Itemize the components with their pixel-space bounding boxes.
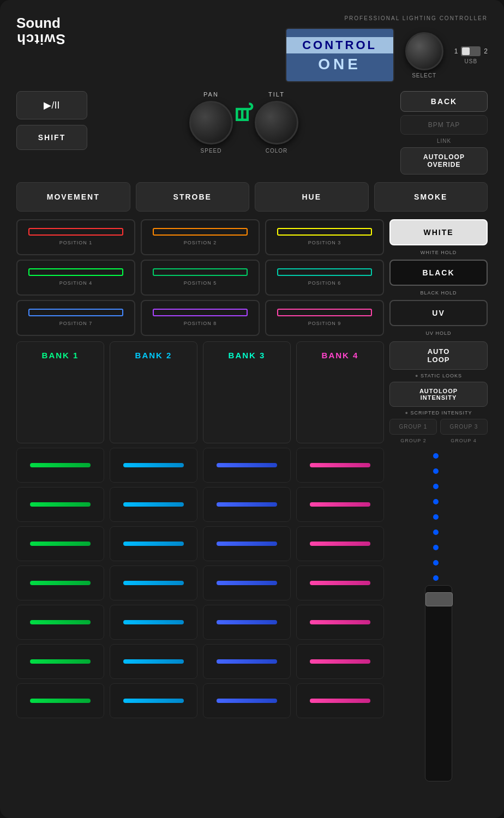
scene-1-7-button[interactable] [16,683,104,718]
bank-3-button[interactable]: BANK 3 [203,341,291,443]
fader-handle[interactable] [425,592,453,606]
hue-button[interactable]: HUE [255,182,369,212]
scene-4-3-button[interactable] [296,526,384,561]
position-5-bar [153,268,248,276]
scene-1-1-button[interactable] [16,448,104,483]
strobe-button[interactable]: STROBE [136,182,250,212]
brand-sound: Sound [16,15,65,31]
scene-2-5-button[interactable] [110,605,197,640]
scene-3-6-button[interactable] [203,644,291,679]
scene-3-5-button[interactable] [203,605,291,640]
select-knob[interactable] [405,32,443,70]
scene-4-7-button[interactable] [296,683,384,718]
bpm-tap-button[interactable]: BPM TAP [400,115,488,135]
position-7-button[interactable]: POSITION 7 [16,300,135,336]
soundswitch-logo-icon: ꕠ [227,97,260,134]
scene-4-2-button[interactable] [296,487,384,522]
position-9-button[interactable]: POSITION 9 [265,300,384,336]
scene-4-1-button[interactable] [296,448,384,483]
usb-port1-label: 1 [454,47,458,55]
back-button[interactable]: BACK [400,91,488,112]
usb-switch[interactable]: 1 2 [454,46,488,56]
scene-3-3-button[interactable] [203,526,291,561]
black-hold-label: BLACK HOLD [389,290,488,296]
scene-1-3-button[interactable] [16,526,104,561]
usb-toggle[interactable] [461,46,481,56]
position-1-label: POSITION 1 [59,240,93,245]
lcd-line1: CONTROL [286,37,393,53]
scene-4-4-button[interactable] [296,566,384,600]
play-pause-button[interactable]: ▶/II [16,91,87,119]
black-button[interactable]: BLACK [389,260,488,286]
tilt-knob[interactable] [255,101,298,145]
position-6-button[interactable]: POSITION 6 [265,260,384,296]
scene-2-6-button[interactable] [110,644,197,679]
right-panel: AUTOLOOP STATIC LOOKS AUTOLOOPINTENSITY … [389,341,488,443]
position-1-button[interactable]: POSITION 1 [16,219,135,255]
scene-3-2-button[interactable] [203,487,291,522]
group-2-label: GROUP 2 [389,438,437,443]
scene-1-6-button[interactable] [16,644,104,679]
position-5-button[interactable]: POSITION 5 [141,260,260,296]
scene-1-2-button[interactable] [16,487,104,522]
tilt-label: TILT [268,91,285,98]
autoloop-intensity-button[interactable]: AUTOLOOPINTENSITY [389,382,488,407]
usb-label: USB [465,58,478,64]
scene-3-4-button[interactable] [203,566,291,600]
position-8-button[interactable]: POSITION 8 [141,300,260,336]
scene-2-7-button[interactable] [110,683,197,718]
left-buttons: ▶/II SHIFT [16,91,87,150]
tilt-knob-group: TILT COLOR [255,91,298,154]
svg-text:ꕠ: ꕠ [234,100,254,127]
scene-4-5-button[interactable] [296,605,384,640]
bank-2-button[interactable]: BANK 2 [110,341,197,443]
position-3-label: POSITION 3 [308,240,341,245]
autoloop-override-button[interactable]: AUTOLOOPOVERIDE [400,147,488,175]
position-1-bar [28,228,124,236]
position-7-label: POSITION 7 [59,321,93,326]
scene-2-3-button[interactable] [110,526,197,561]
position-3-button[interactable]: POSITION 3 [265,219,384,255]
pan-label: PAN [203,91,219,98]
brand-switch: Switch [16,31,65,47]
right-controls: BACK BPM TAP LINK AUTOLOOPOVERIDE [400,91,488,175]
usb-group: 1 2 USB [454,46,488,64]
position-4-button[interactable]: POSITION 4 [16,260,135,296]
white-button[interactable]: WHITE [389,219,488,245]
movement-button[interactable]: MOVEMENT [16,182,130,212]
scene-col-2 [110,448,197,781]
function-row: MOVEMENT STROBE HUE SMOKE [16,182,488,212]
scene-1-4-button[interactable] [16,566,104,600]
shift-button[interactable]: SHIFT [16,125,87,150]
fader-column [389,448,488,781]
uv-button[interactable]: UV [389,300,488,326]
scene-col-3 [203,448,291,781]
auto-loop-button[interactable]: AUTOLOOP [389,341,488,370]
scene-3-7-button[interactable] [203,683,291,718]
lcd-line2: ONE [318,56,361,73]
position-2-bar [153,228,248,236]
pan-knob[interactable] [189,101,233,145]
position-7-bar [28,309,124,316]
scene-4-6-button[interactable] [296,644,384,679]
scene-2-2-button[interactable] [110,487,197,522]
group-3-button[interactable]: GROUP 3 [440,419,488,435]
position-9-label: POSITION 9 [308,321,341,326]
scene-1-5-button[interactable] [16,605,104,640]
group-1-button[interactable]: GROUP 1 [389,419,437,435]
top-header: Sound Switch PROFESSIONAL LIGHTING CONTR… [16,15,488,82]
static-looks-label: STATIC LOOKS [389,373,488,378]
brand-logo: Sound Switch [16,15,65,46]
scene-2-4-button[interactable] [110,566,197,600]
speed-label: SPEED [201,148,222,154]
position-2-button[interactable]: POSITION 2 [141,219,260,255]
smoke-button[interactable]: SMOKE [374,182,488,212]
white-hold-label: WHITE HOLD [389,250,488,255]
bank-1-button[interactable]: BANK 1 [16,341,104,443]
position-6-bar [277,268,373,276]
scene-3-1-button[interactable] [203,448,291,483]
position-8-bar [153,309,248,316]
scene-col-4 [296,448,384,781]
scene-2-1-button[interactable] [110,448,197,483]
bank-4-button[interactable]: BANK 4 [296,341,384,443]
